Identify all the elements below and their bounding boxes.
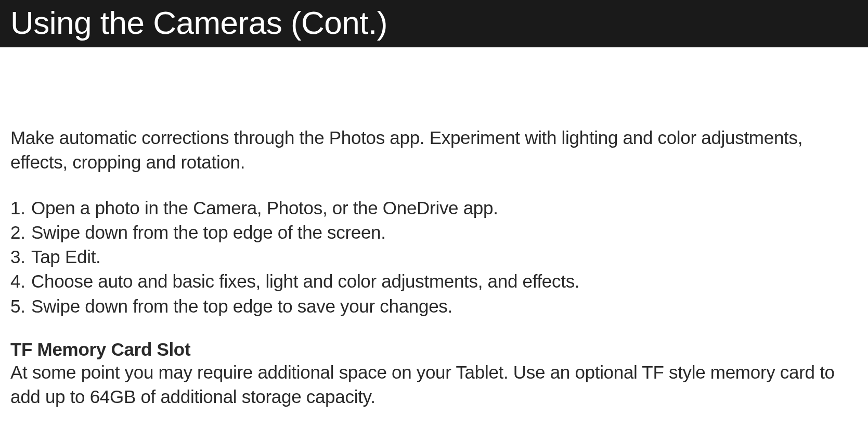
step-number: 4. [10, 269, 31, 293]
subsection-text: At some point you may require additional… [10, 360, 858, 409]
step-text: Tap Edit. [31, 244, 101, 269]
step-text: Swipe down from the top edge to save you… [31, 294, 452, 318]
intro-paragraph: Make automatic corrections through the P… [10, 125, 858, 175]
step-text: Choose auto and basic fixes, light and c… [31, 269, 579, 293]
subsection-heading: TF Memory Card Slot [10, 339, 858, 360]
steps-list: 1. Open a photo in the Camera, Photos, o… [10, 196, 858, 318]
step-number: 2. [10, 220, 31, 244]
step-number: 1. [10, 196, 31, 220]
page-header: Using the Cameras (Cont.) [0, 0, 868, 47]
step-text: Open a photo in the Camera, Photos, or t… [31, 196, 498, 220]
step-number: 5. [10, 294, 31, 318]
list-item: 2. Swipe down from the top edge of the s… [10, 220, 858, 244]
list-item: 1. Open a photo in the Camera, Photos, o… [10, 196, 858, 220]
list-item: 5. Swipe down from the top edge to save … [10, 294, 858, 318]
step-number: 3. [10, 244, 31, 269]
subsection: TF Memory Card Slot At some point you ma… [10, 339, 858, 409]
page-title: Using the Cameras (Cont.) [10, 5, 387, 41]
page-content: Make automatic corrections through the P… [0, 47, 868, 419]
step-text: Swipe down from the top edge of the scre… [31, 220, 386, 244]
list-item: 4. Choose auto and basic fixes, light an… [10, 269, 858, 293]
list-item: 3. Tap Edit. [10, 244, 858, 269]
